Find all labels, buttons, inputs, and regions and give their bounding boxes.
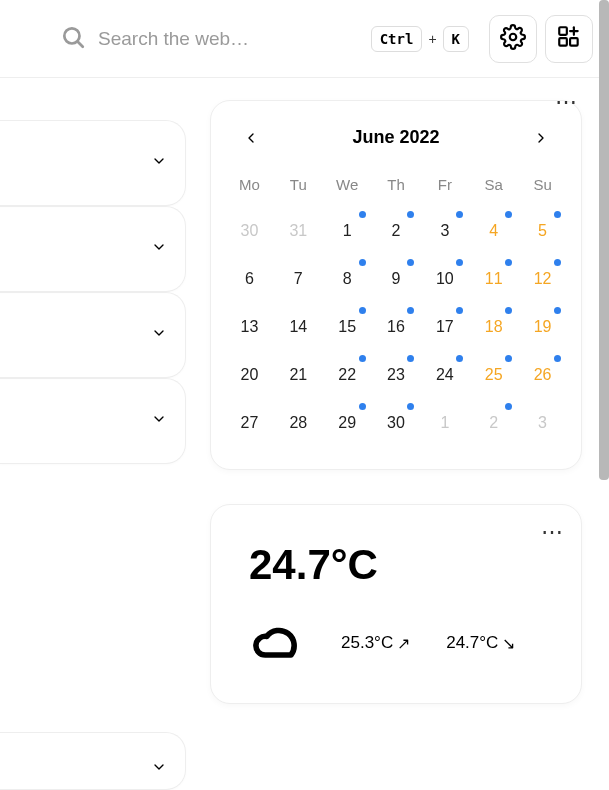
svg-line-1 <box>78 41 83 46</box>
left-card-2[interactable] <box>0 206 186 292</box>
event-dot-icon <box>554 259 561 266</box>
calendar-day[interactable]: 8 <box>323 255 372 303</box>
calendar-dow: Tu <box>274 166 323 207</box>
weather-more-button[interactable]: ⋯ <box>541 519 565 545</box>
calendar-day[interactable]: 22 <box>323 351 372 399</box>
calendar-day[interactable]: 14 <box>274 303 323 351</box>
search-shortcut: Ctrl + K <box>371 26 469 52</box>
calendar-grid: MoTuWeThFrSaSu30311234567891011121314151… <box>225 166 567 447</box>
settings-button[interactable] <box>489 15 537 63</box>
event-dot-icon <box>407 307 414 314</box>
left-card-1[interactable] <box>0 120 186 206</box>
left-panel <box>0 120 186 464</box>
calendar-day[interactable]: 18 <box>469 303 518 351</box>
calendar-day[interactable]: 31 <box>274 207 323 255</box>
chevron-down-icon <box>151 411 167 431</box>
search-wrap <box>16 24 371 54</box>
event-dot-icon <box>456 307 463 314</box>
event-dot-icon <box>456 355 463 362</box>
gear-icon <box>500 24 526 54</box>
calendar-day[interactable]: 4 <box>469 207 518 255</box>
event-dot-icon <box>407 403 414 410</box>
calendar-day[interactable]: 9 <box>372 255 421 303</box>
calendar-day[interactable]: 28 <box>274 399 323 447</box>
calendar-dow: We <box>323 166 372 207</box>
event-dot-icon <box>359 355 366 362</box>
calendar-day[interactable]: 5 <box>518 207 567 255</box>
scrollbar[interactable] <box>599 0 609 480</box>
chevron-down-icon <box>151 153 167 173</box>
left-card-4[interactable] <box>0 378 186 464</box>
calendar-day[interactable]: 26 <box>518 351 567 399</box>
calendar-day[interactable]: 13 <box>225 303 274 351</box>
calendar-dow: Su <box>518 166 567 207</box>
calendar-day[interactable]: 19 <box>518 303 567 351</box>
event-dot-icon <box>359 307 366 314</box>
calendar-day[interactable]: 10 <box>420 255 469 303</box>
calendar-day[interactable]: 24 <box>420 351 469 399</box>
calendar-day[interactable]: 11 <box>469 255 518 303</box>
kbd-k: K <box>443 26 469 52</box>
weather-current-temp: 24.7°C <box>249 541 553 589</box>
add-widget-icon <box>556 24 582 54</box>
weather-high: 25.3°C ↗ <box>341 633 410 653</box>
event-dot-icon <box>407 259 414 266</box>
widgets-button[interactable] <box>545 15 593 63</box>
weather-high-value: 25.3°C <box>341 633 393 653</box>
calendar-day[interactable]: 1 <box>323 207 372 255</box>
event-dot-icon <box>407 355 414 362</box>
calendar-day[interactable]: 25 <box>469 351 518 399</box>
calendar-day[interactable]: 3 <box>518 399 567 447</box>
calendar-day[interactable]: 6 <box>225 255 274 303</box>
calendar-header: June 2022 <box>225 127 567 148</box>
left-card-3[interactable] <box>0 292 186 378</box>
calendar-day[interactable]: 17 <box>420 303 469 351</box>
event-dot-icon <box>554 211 561 218</box>
calendar-day[interactable]: 23 <box>372 351 421 399</box>
calendar-title: June 2022 <box>352 127 439 148</box>
left-card-5[interactable] <box>0 732 186 790</box>
calendar-day[interactable]: 30 <box>372 399 421 447</box>
calendar-day[interactable]: 7 <box>274 255 323 303</box>
event-dot-icon <box>505 259 512 266</box>
calendar-dow: Sa <box>469 166 518 207</box>
svg-point-2 <box>510 33 517 40</box>
calendar-day[interactable]: 12 <box>518 255 567 303</box>
event-dot-icon <box>407 211 414 218</box>
event-dot-icon <box>554 307 561 314</box>
calendar-day[interactable]: 15 <box>323 303 372 351</box>
event-dot-icon <box>505 307 512 314</box>
arrow-down-right-icon: ↘ <box>502 634 515 653</box>
event-dot-icon <box>554 355 561 362</box>
calendar-more-button[interactable]: ⋯ <box>555 89 579 115</box>
calendar-day[interactable]: 27 <box>225 399 274 447</box>
search-input[interactable] <box>98 28 298 50</box>
event-dot-icon <box>505 355 512 362</box>
weather-low-value: 24.7°C <box>446 633 498 653</box>
weather-details: 25.3°C ↗ 24.7°C ↘ <box>249 613 553 673</box>
calendar-day[interactable]: 1 <box>420 399 469 447</box>
calendar-day[interactable]: 3 <box>420 207 469 255</box>
event-dot-icon <box>505 211 512 218</box>
calendar-day[interactable]: 29 <box>323 399 372 447</box>
event-dot-icon <box>456 259 463 266</box>
svg-rect-3 <box>559 38 567 46</box>
calendar-day[interactable]: 2 <box>372 207 421 255</box>
calendar-dow: Fr <box>420 166 469 207</box>
event-dot-icon <box>359 259 366 266</box>
calendar-day[interactable]: 2 <box>469 399 518 447</box>
calendar-dow: Mo <box>225 166 274 207</box>
weather-low: 24.7°C ↘ <box>446 633 515 653</box>
event-dot-icon <box>359 211 366 218</box>
calendar-day[interactable]: 30 <box>225 207 274 255</box>
calendar-day[interactable]: 20 <box>225 351 274 399</box>
calendar-day[interactable]: 16 <box>372 303 421 351</box>
chevron-down-icon <box>151 759 167 779</box>
svg-rect-5 <box>559 27 567 35</box>
calendar-next-button[interactable] <box>525 122 557 154</box>
event-dot-icon <box>456 211 463 218</box>
calendar-day[interactable]: 21 <box>274 351 323 399</box>
calendar-prev-button[interactable] <box>235 122 267 154</box>
event-dot-icon <box>505 403 512 410</box>
kbd-plus: + <box>428 31 436 47</box>
